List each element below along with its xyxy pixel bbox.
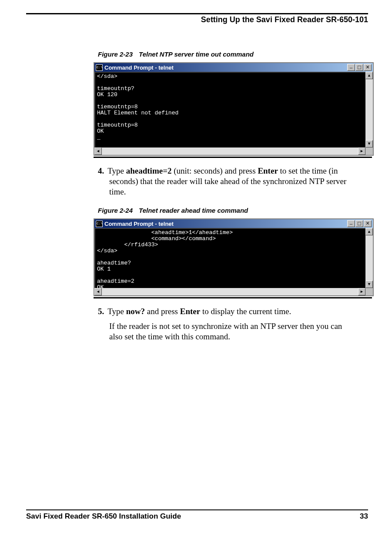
window-titlebar: Command Prompt - telnet — [94, 63, 373, 72]
step4-b2: Enter — [258, 166, 278, 175]
footer-guide-title: Savi Fixed Reader SR-650 Installation Gu… — [26, 512, 181, 521]
figure-number: Figure 2-24 — [98, 207, 133, 214]
step5-p1: Type — [107, 307, 126, 316]
scroll-track-h[interactable] — [102, 147, 358, 155]
window-title-text: Command Prompt - telnet — [104, 221, 347, 227]
figure-rule-2 — [94, 297, 372, 298]
figure-caption-2: Figure 2-24Telnet reader ahead time comm… — [98, 207, 368, 214]
figure-number: Figure 2-23 — [98, 50, 133, 58]
command-prompt-icon — [96, 221, 103, 227]
step5-p2: and press — [145, 307, 180, 316]
scroll-right-button[interactable]: ► — [358, 147, 365, 155]
scroll-down-button[interactable]: ▼ — [365, 140, 373, 147]
page-footer: Savi Fixed Reader SR-650 Installation Gu… — [26, 509, 368, 521]
command-prompt-window-2: Command Prompt - telnet <aheadtime>1</ah… — [94, 218, 374, 296]
step4-p2: (unit: seconds) and press — [171, 166, 258, 175]
figure-title: Telnet NTP server time out command — [139, 50, 254, 58]
horizontal-scrollbar[interactable]: ◄ ► — [94, 147, 373, 155]
step5-p3: to display the current time. — [200, 307, 291, 316]
terminal-output[interactable]: <aheadtime>1</aheadtime> <command></comm… — [94, 228, 365, 288]
instruction-step-5: 5.Type now? and press Enter to display t… — [98, 306, 351, 317]
scroll-track[interactable] — [365, 235, 373, 281]
step-number: 5. — [98, 307, 104, 316]
figure-caption-1: Figure 2-23Telnet NTP server time out co… — [98, 50, 368, 58]
minimize-button[interactable] — [347, 64, 355, 71]
horizontal-scrollbar[interactable]: ◄ ► — [94, 288, 373, 295]
scroll-down-button[interactable]: ▼ — [365, 281, 373, 288]
step5-b2: Enter — [180, 307, 200, 316]
vertical-scrollbar[interactable]: ▲ ▼ — [365, 72, 373, 147]
scroll-up-button[interactable]: ▲ — [365, 228, 373, 235]
scroll-up-button[interactable]: ▲ — [365, 72, 373, 79]
scroll-left-button[interactable]: ◄ — [94, 147, 102, 155]
step5-b1: now? — [126, 307, 145, 316]
terminal-output[interactable]: </sda> timeoutntp? OK 120 tiemoutntp=8 H… — [94, 72, 365, 147]
page-header-title: Setting Up the Savi Fixed Reader SR-650-… — [26, 15, 368, 24]
step4-b1: aheadtime=2 — [126, 166, 172, 175]
step5-paragraph: If the reader is not set to synchronize … — [109, 321, 351, 342]
instruction-step-4: 4.Type aheadtime=2 (unit: seconds) and p… — [98, 166, 351, 197]
figure-rule-1 — [94, 157, 372, 158]
scrollbar-corner — [365, 288, 373, 295]
scrollbar-corner — [365, 147, 373, 155]
header-rule — [26, 13, 368, 14]
close-button[interactable] — [364, 64, 372, 71]
maximize-button[interactable] — [355, 64, 363, 71]
scroll-right-button[interactable]: ► — [358, 288, 365, 295]
scroll-track-h[interactable] — [102, 288, 358, 295]
vertical-scrollbar[interactable]: ▲ ▼ — [365, 228, 373, 288]
command-prompt-window-1: Command Prompt - telnet </sda> timeoutnt… — [94, 62, 374, 156]
footer-page-number: 33 — [360, 512, 368, 521]
step4-p1: Type — [107, 166, 126, 175]
figure-title: Telnet reader ahead time command — [139, 207, 248, 214]
scroll-track[interactable] — [365, 79, 373, 140]
command-prompt-icon — [96, 64, 103, 71]
scroll-left-button[interactable]: ◄ — [94, 288, 102, 295]
footer-rule — [26, 509, 368, 510]
step-number: 4. — [98, 166, 104, 175]
close-button[interactable] — [364, 220, 372, 227]
window-titlebar: Command Prompt - telnet — [94, 219, 373, 228]
minimize-button[interactable] — [347, 220, 355, 227]
window-title-text: Command Prompt - telnet — [104, 64, 347, 71]
maximize-button[interactable] — [355, 220, 363, 227]
